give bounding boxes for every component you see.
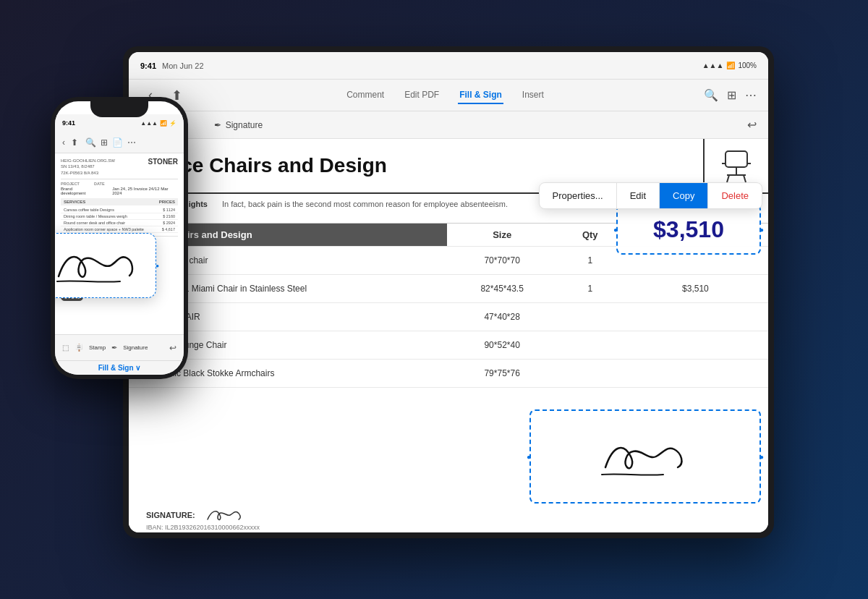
phone-search-icon[interactable]: 🔍: [85, 137, 96, 148]
svg-line-3: [727, 175, 729, 182]
row-qty-3: [558, 302, 623, 331]
tab-fill-sign[interactable]: Fill & Sign: [458, 87, 503, 104]
row-size-1: 70*70*70: [447, 246, 558, 274]
services-label: SERVICES: [64, 200, 85, 204]
phone-selection-icon[interactable]: ⬚: [62, 344, 69, 352]
tablet-screen: 9:41 Mon Jun 22 ▲▲▲ 📶 100% ‹ ⬆ Comment E…: [129, 52, 768, 532]
footer-signature-svg: [204, 505, 247, 525]
phone-more-icon[interactable]: ⋯: [127, 137, 136, 148]
row-price-5: [623, 359, 768, 387]
row-size-3: 47*40*28: [447, 302, 558, 331]
phone-time: 9:41: [62, 119, 75, 127]
tab-insert[interactable]: Insert: [521, 87, 545, 104]
properties-menu-item[interactable]: Properties...: [540, 183, 617, 208]
search-icon[interactable]: 🔍: [704, 88, 718, 102]
signature-box-document[interactable]: [529, 409, 761, 504]
row-qty-2: 1: [558, 274, 623, 302]
phone-stamp-icon[interactable]: 🪧: [75, 344, 83, 352]
table-row: Pair Iconic Black Stokke Armchairs 79*75…: [129, 359, 768, 387]
phone-fill-sign-bar[interactable]: Fill & Sign ∨: [55, 360, 184, 375]
col-header-size: Size: [447, 224, 558, 247]
row-price-3: [623, 302, 768, 331]
phone-services-header: SERVICES PRICES: [61, 198, 178, 205]
phone-undo-icon[interactable]: ↩: [169, 343, 176, 353]
phone-service-row-3: Round corner desk and office chair $ 292…: [61, 220, 178, 226]
table-row: HYDEN CHAIR 47*40*28: [129, 302, 768, 331]
phone-device: 9:41 ▲▲▲ 📶 ⚡ ‹ ⬆ 🔍 ⊞ 📄 ⋯: [51, 97, 188, 379]
more-icon[interactable]: ⋯: [745, 88, 757, 102]
phone-bottom-bar: ⬚ 🪧 Stamp ✒ Signature ↩: [55, 334, 184, 360]
phone-wifi-icon: 📶: [160, 120, 167, 127]
tablet-device: 9:41 Mon Jun 22 ▲▲▲ 📶 100% ‹ ⬆ Comment E…: [123, 46, 774, 538]
row-qty-1: 1: [558, 246, 623, 274]
phone-from-info: HEIG-GOOHLIEN.ORG.SW SN 13/43, 8/2487 72…: [61, 158, 115, 176]
service-name-2: Dining room table / Measures weigh: [64, 214, 127, 218]
iban-text: IBAN: IL2B193262016310000662xxxxx: [146, 524, 260, 531]
phone-battery-icon: ⚡: [169, 120, 176, 127]
phone-from-extra: 72K-P0563 8/A 843: [61, 170, 115, 176]
service-price-4: $ 4,617: [162, 227, 175, 231]
value-project: Brand development: [61, 187, 98, 195]
svg-rect-0: [726, 151, 747, 167]
row-size-2: 82*45*43.5: [447, 274, 558, 302]
copy-menu-item[interactable]: Copy: [660, 183, 708, 208]
service-name-3: Round corner desk and office chair: [64, 221, 125, 225]
grid-icon[interactable]: ⊞: [727, 88, 736, 102]
prices-label: PRICES: [159, 200, 175, 204]
phone-share-icon[interactable]: ⬆: [71, 137, 78, 148]
phone-sig-label: Signature: [123, 344, 148, 351]
doc-signature-footer: SIGNATURE:: [146, 505, 247, 525]
tablet-status-icons: ▲▲▲ 📶 100%: [702, 61, 757, 69]
context-menu: Properties... Edit Copy Delete: [539, 182, 762, 209]
tablet-topbar: 9:41 Mon Jun 22 ▲▲▲ 📶 100%: [129, 52, 768, 80]
phone-grid-icon[interactable]: ⊞: [101, 137, 108, 148]
toolbar-right: 🔍 ⊞ ⋯: [704, 88, 757, 102]
phone-labels: PROJECT DATE: [61, 182, 178, 186]
phone-from-addr: SN 13/43, 8/2487: [61, 163, 115, 169]
chair-icon: [718, 148, 754, 184]
row-size-5: 79*75*76: [447, 359, 558, 387]
phone-back-icon[interactable]: ‹: [62, 137, 65, 148]
wifi-icon: 📶: [726, 61, 735, 69]
table-row: Capsule Lounge Chair 90*52*40: [129, 331, 768, 359]
phone-toolbar: ‹ ⬆ 🔍 ⊞ 📄 ⋯: [55, 132, 184, 153]
phone-service-row-1: Canvas coffee table Designs $ 1124: [61, 207, 178, 213]
service-price-2: $ 2160: [163, 214, 175, 218]
phone-document: HEIG-GOOHLIEN.ORG.SW SN 13/43, 8/2487 72…: [55, 153, 184, 334]
toolbar-tabs: Comment Edit PDF Fill & Sign Insert: [195, 87, 695, 104]
signature-icon: ✒: [214, 120, 221, 130]
price-highlight-box: $3,510: [616, 204, 761, 255]
tablet-time: 9:41: [140, 61, 156, 70]
phone-divider: [61, 179, 178, 179]
tablet-subtoolbar: 🪧 Stamp ✒ Signature ↩: [129, 111, 768, 139]
phone-service-row-2: Dining room table / Measures weigh $ 216…: [61, 213, 178, 220]
scene: 9:41 Mon Jun 22 ▲▲▲ 📶 100% ‹ ⬆ Comment E…: [36, 25, 832, 574]
phone-notch: [90, 101, 148, 117]
phone-screen: 9:41 ▲▲▲ 📶 ⚡ ‹ ⬆ 🔍 ⊞ 📄 ⋯: [55, 101, 184, 375]
tab-comment[interactable]: Comment: [345, 87, 386, 104]
phone-company-name: STONER: [148, 158, 179, 176]
signature-button[interactable]: ✒ Signature: [207, 117, 270, 133]
phone-sig-icon[interactable]: ✒: [111, 344, 117, 352]
svg-line-4: [744, 175, 746, 182]
tablet-date: Mon Jun 22: [162, 61, 697, 70]
phone-signal-icon: ▲▲▲: [140, 120, 158, 127]
phone-fill-sign-label: Fill & Sign ∨: [98, 364, 141, 372]
delete-menu-item[interactable]: Delete: [708, 183, 762, 208]
service-price-3: $ 2924: [163, 221, 175, 225]
phone-popup-sig-svg: [55, 244, 138, 287]
phone-signature-popup[interactable]: [55, 233, 156, 298]
table-row: Ghidini 1961 Miami Chair in Stainless St…: [129, 274, 768, 302]
label-date: DATE: [94, 182, 105, 186]
tab-edit-pdf[interactable]: Edit PDF: [403, 87, 441, 104]
signal-icon: ▲▲▲: [702, 61, 724, 69]
phone-invoice-header: HEIG-GOOHLIEN.ORG.SW SN 13/43, 8/2487 72…: [61, 158, 178, 176]
edit-menu-item[interactable]: Edit: [617, 183, 660, 208]
phone-doc-icon[interactable]: 📄: [112, 137, 123, 148]
service-price-1: $ 1124: [163, 208, 175, 212]
row-qty-5: [558, 359, 623, 387]
phone-from-name: HEIG-GOOHLIEN.ORG.SW: [61, 158, 115, 163]
battery-icon: 100%: [738, 61, 757, 69]
service-name-1: Canvas coffee table Designs: [64, 208, 114, 212]
undo-button[interactable]: ↩: [747, 118, 757, 132]
